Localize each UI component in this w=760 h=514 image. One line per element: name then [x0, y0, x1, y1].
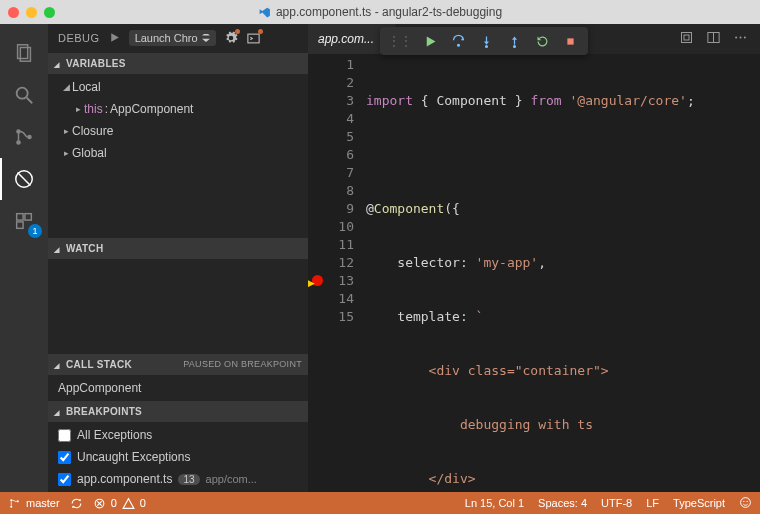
window-controls	[8, 7, 55, 18]
launch-config-select[interactable]: Launch Chro	[129, 30, 216, 46]
debug-panel-header: DEBUG Launch Chro	[48, 24, 308, 53]
debug-title: DEBUG	[58, 32, 100, 44]
source-control-activity[interactable]	[0, 116, 48, 158]
debug-settings-button[interactable]	[224, 31, 238, 45]
titlebar: app.component.ts - angular2-ts-debugging	[0, 0, 760, 24]
chevron-right-icon: ▸	[60, 148, 72, 158]
language-status[interactable]: TypeScript	[673, 497, 725, 509]
svg-point-4	[16, 129, 21, 134]
svg-point-39	[746, 500, 747, 501]
callstack-frame[interactable]: AppComponent	[48, 377, 308, 399]
debug-console-button[interactable]	[246, 31, 261, 46]
svg-rect-30	[567, 38, 573, 44]
svg-rect-15	[684, 35, 689, 40]
svg-marker-12	[111, 33, 119, 42]
scope-local[interactable]: ◢ Local	[48, 76, 308, 98]
settings-dirty-indicator	[235, 29, 240, 34]
breakpoint-line-badge: 13	[178, 474, 199, 485]
extensions-activity[interactable]: 1	[0, 200, 48, 242]
more-actions-button[interactable]	[733, 30, 748, 48]
sync-status[interactable]	[70, 497, 83, 510]
window-title: app.component.ts - angular2-ts-debugging	[276, 5, 502, 19]
svg-rect-10	[25, 214, 31, 220]
feedback-button[interactable]	[739, 496, 752, 511]
launch-config-label: Launch Chro	[135, 32, 198, 44]
drag-handle[interactable]: ⋮⋮	[386, 34, 414, 48]
breakpoint-checkbox[interactable]	[58, 473, 71, 486]
breakpoint-checkbox[interactable]	[58, 429, 71, 442]
svg-line-3	[27, 98, 33, 104]
problems-status[interactable]: 0 0	[93, 497, 146, 510]
svg-point-32	[10, 505, 12, 507]
watch-section-header[interactable]: WATCH	[48, 238, 308, 259]
stop-button[interactable]	[558, 29, 582, 53]
debug-activity[interactable]	[0, 158, 48, 200]
svg-point-2	[17, 88, 28, 99]
svg-marker-21	[426, 36, 435, 46]
breakpoint-file[interactable]: app.component.ts 13 app/com...	[48, 468, 308, 490]
debug-panel: DEBUG Launch Chro VARIABLES	[48, 24, 308, 492]
activity-bar: 1	[0, 24, 48, 492]
tab-label: app.com...	[318, 32, 374, 46]
svg-marker-27	[512, 36, 517, 39]
split-editor-button[interactable]	[706, 30, 721, 48]
svg-point-31	[10, 499, 12, 501]
breakpoints-section-header[interactable]: BREAKPOINTS	[48, 401, 308, 422]
breakpoint-path: app/com...	[206, 473, 308, 485]
close-window-button[interactable]	[8, 7, 19, 18]
editor: app.com... 1234 5678 9101112 ▶13 1415 im…	[308, 24, 760, 492]
svg-rect-14	[682, 33, 692, 43]
step-over-button[interactable]	[446, 29, 470, 53]
code-editor[interactable]: 1234 5678 9101112 ▶13 1415 import { Comp…	[308, 54, 760, 492]
variables-section-header[interactable]: VARIABLES	[48, 53, 308, 74]
chevron-right-icon: ▸	[72, 104, 84, 114]
cursor-position-status[interactable]: Ln 15, Col 1	[465, 497, 524, 509]
breakpoints-label: BREAKPOINTS	[66, 406, 142, 417]
encoding-status[interactable]: UTF-8	[601, 497, 632, 509]
svg-marker-24	[484, 41, 489, 44]
restart-button[interactable]	[530, 29, 554, 53]
scope-global[interactable]: ▸ Global	[48, 142, 308, 164]
sync-icon	[70, 497, 83, 510]
error-icon	[93, 497, 106, 510]
git-branch-status[interactable]: master	[8, 497, 60, 510]
start-debug-button[interactable]	[108, 31, 121, 46]
svg-point-38	[743, 500, 744, 501]
svg-rect-9	[17, 214, 23, 220]
step-into-button[interactable]	[474, 29, 498, 53]
callstack-label: CALL STACK	[66, 359, 132, 370]
indentation-status[interactable]: Spaces: 4	[538, 497, 587, 509]
gutter: 1234 5678 9101112 ▶13 1415	[308, 56, 366, 492]
vscode-logo-icon	[258, 6, 271, 19]
explorer-activity[interactable]	[0, 32, 48, 74]
svg-point-19	[740, 37, 742, 39]
warning-icon	[122, 497, 135, 510]
status-bar: master 0 0 Ln 15, Col 1 Spaces: 4 UTF-8 …	[0, 492, 760, 514]
svg-line-8	[18, 173, 31, 186]
maximize-window-button[interactable]	[44, 7, 55, 18]
svg-point-25	[485, 45, 487, 47]
svg-point-37	[741, 497, 751, 507]
step-out-button[interactable]	[502, 29, 526, 53]
debug-toolbar[interactable]: ⋮⋮	[380, 27, 588, 55]
svg-point-18	[735, 37, 737, 39]
breakpoint-checkbox[interactable]	[58, 451, 71, 464]
breakpoint-uncaught-exceptions[interactable]: Uncaught Exceptions	[48, 446, 308, 468]
search-activity[interactable]	[0, 74, 48, 116]
smiley-icon	[739, 496, 752, 509]
continue-button[interactable]	[418, 29, 442, 53]
eol-status[interactable]: LF	[646, 497, 659, 509]
svg-point-28	[513, 45, 515, 47]
breakpoint-all-exceptions[interactable]: All Exceptions	[48, 424, 308, 446]
minimize-window-button[interactable]	[26, 7, 37, 18]
variable-this[interactable]: ▸ this : AppComponent	[48, 98, 308, 120]
scope-closure[interactable]: ▸ Closure	[48, 120, 308, 142]
callstack-section-header[interactable]: CALL STACK PAUSED ON BREAKPOINT	[48, 354, 308, 375]
chevron-down-icon: ◢	[60, 82, 72, 92]
callstack-status: PAUSED ON BREAKPOINT	[183, 359, 302, 369]
chevron-right-icon: ▸	[60, 126, 72, 136]
compare-changes-button[interactable]	[679, 30, 694, 48]
variables-label: VARIABLES	[66, 58, 126, 69]
svg-rect-13	[248, 34, 259, 43]
svg-point-5	[16, 140, 21, 145]
